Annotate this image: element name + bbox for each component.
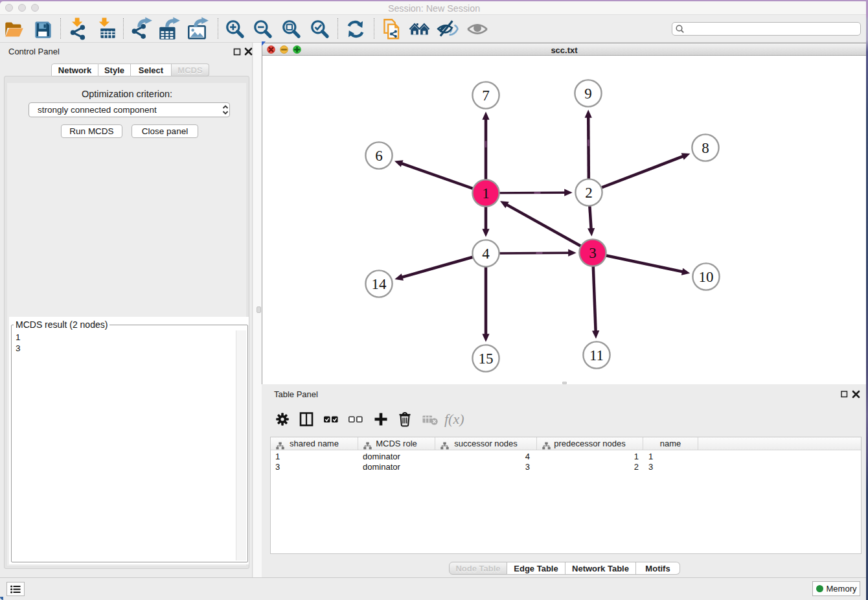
svg-text:15: 15 (479, 351, 494, 367)
svg-text:2: 2 (585, 185, 593, 201)
svg-text:3: 3 (589, 245, 597, 261)
svg-text:6: 6 (375, 148, 383, 164)
svg-text:14: 14 (372, 276, 387, 292)
svg-text:8: 8 (702, 140, 709, 156)
svg-text:4: 4 (482, 246, 490, 262)
svg-text:1: 1 (482, 185, 490, 202)
svg-text:9: 9 (584, 86, 592, 102)
svg-text:11: 11 (589, 347, 604, 363)
svg-text:10: 10 (699, 269, 714, 285)
svg-text:7: 7 (482, 87, 490, 104)
